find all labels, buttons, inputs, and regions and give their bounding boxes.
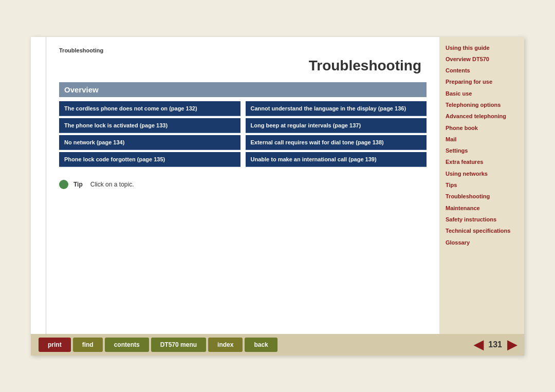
left-panel <box>31 37 46 334</box>
sidebar-item-troubleshooting[interactable]: Troubleshooting <box>446 191 518 202</box>
sidebar-item-extra-features[interactable]: Extra features <box>446 156 518 167</box>
index-button[interactable]: index <box>208 338 243 352</box>
topics-grid: The cordless phone does not come on (pag… <box>59 101 427 169</box>
sidebar-item-maintenance[interactable]: Maintenance <box>446 202 518 214</box>
topic-item-7[interactable]: External call requires wait for dial ton… <box>246 135 427 150</box>
topic-item-1[interactable]: The cordless phone does not come on (pag… <box>59 101 240 116</box>
next-arrow[interactable]: ▶ <box>507 338 516 352</box>
tip-area: Tip Click on a topic. <box>59 177 427 192</box>
sidebar-item-contents[interactable]: Contents <box>446 65 518 76</box>
footer-pagination: ◀ 131 ▶ <box>474 338 516 352</box>
sidebar-item-safety-instructions[interactable]: Safety instructions <box>446 214 518 225</box>
main-window: Troubleshooting Troubleshooting Overview… <box>31 37 524 356</box>
topic-item-2[interactable]: The phone lock is activated (page 133) <box>59 118 240 133</box>
contents-button[interactable]: contents <box>105 338 149 352</box>
print-button[interactable]: print <box>39 338 71 352</box>
prev-arrow[interactable]: ◀ <box>474 338 483 352</box>
content-area: Troubleshooting Troubleshooting Overview… <box>31 37 524 334</box>
topics-col-right: Cannot understand the language in the di… <box>246 101 427 169</box>
sidebar-item-using-networks[interactable]: Using networks <box>446 168 518 179</box>
breadcrumb: Troubleshooting <box>59 47 427 53</box>
topic-item-5[interactable]: Cannot understand the language in the di… <box>246 101 427 116</box>
tip-text: Click on a topic. <box>90 181 134 188</box>
tip-label: Tip <box>73 181 83 188</box>
topics-col-left: The cordless phone does not come on (pag… <box>59 101 240 169</box>
overview-header: Overview <box>59 82 427 97</box>
topic-item-3[interactable]: No network (page 134) <box>59 135 240 150</box>
sidebar-item-using-this-guide[interactable]: Using this guide <box>446 42 518 53</box>
find-button[interactable]: find <box>73 338 103 352</box>
sidebar-item-telephoning-options[interactable]: Telephoning options <box>446 99 518 110</box>
sidebar-item-mail[interactable]: Mail <box>446 134 518 145</box>
page-number: 131 <box>488 340 502 349</box>
topic-item-4[interactable]: Phone lock code forgotten (page 135) <box>59 152 240 167</box>
back-button[interactable]: back <box>245 338 277 352</box>
sidebar: Using this guide Overview DT570 Contents… <box>439 37 524 334</box>
sidebar-item-tips[interactable]: Tips <box>446 179 518 191</box>
sidebar-item-overview-dt570[interactable]: Overview DT570 <box>446 53 518 65</box>
outer-container: Troubleshooting Troubleshooting Overview… <box>0 0 555 392</box>
page-title: Troubleshooting <box>59 58 421 74</box>
dt570-menu-button[interactable]: DT570 menu <box>151 338 206 352</box>
topic-item-8[interactable]: Unable to make an international call (pa… <box>246 152 427 167</box>
sidebar-item-advanced-telephoning[interactable]: Advanced telephoning <box>446 110 518 122</box>
tip-dot <box>59 180 68 189</box>
sidebar-item-phone-book[interactable]: Phone book <box>446 122 518 134</box>
sidebar-item-basic-use[interactable]: Basic use <box>446 88 518 99</box>
footer-bar: print find contents DT570 menu index bac… <box>31 334 524 356</box>
sidebar-item-glossary[interactable]: Glossary <box>446 237 518 248</box>
main-content: Troubleshooting Troubleshooting Overview… <box>46 37 439 334</box>
sidebar-item-settings[interactable]: Settings <box>446 145 518 156</box>
topic-item-6[interactable]: Long beep at regular intervals (page 137… <box>246 118 427 133</box>
sidebar-item-technical-specifications[interactable]: Technical specifications <box>446 225 518 236</box>
sidebar-item-preparing-for-use[interactable]: Preparing for use <box>446 76 518 87</box>
